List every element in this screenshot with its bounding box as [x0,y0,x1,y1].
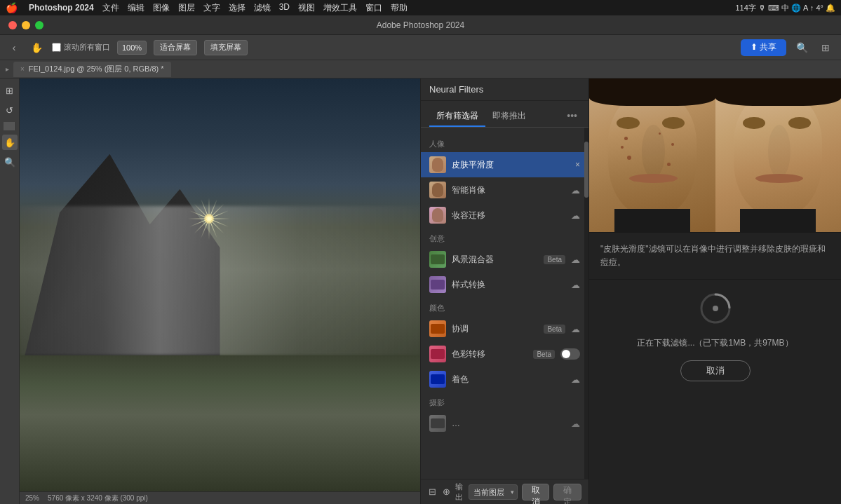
filter-makeup-transfer-download-icon: ☁ [571,210,580,221]
preview-panel: "皮肤光滑度"滤镜可以在肖像中进行调整并移除皮肤的瑕疵和痘痘。 正在下载滤镜..… [588,79,841,504]
search-button[interactable]: 🔍 [793,39,810,56]
share-icon: ⬆ [751,42,758,52]
output-select[interactable]: 当前图层 新建图层 智能对象 [469,484,518,500]
filter-color-transfer-label: 色彩转移 [452,348,527,360]
filter-photo-restoration-icon: ☁ [571,418,580,429]
loading-text: 正在下载滤镜...（已下载1MB，共97MB） [637,337,793,349]
menu-plugins[interactable]: 增效工具 [323,2,357,14]
filter-makeup-transfer[interactable]: 妆容迁移 ☁ [421,203,588,228]
filter-smart-portrait[interactable]: 智能肖像 ☁ [421,177,588,203]
apple-logo[interactable]: 🍎 [6,2,18,13]
filter-skin-smoothing-thumb [429,156,446,173]
loading-cancel-button[interactable]: 取消 [680,360,751,381]
expand-icon: ▸ [6,65,9,73]
filter-color-transfer-toggle[interactable] [560,348,580,360]
menu-layer[interactable]: 图层 [178,2,195,14]
title-bar: Adobe Photoshop 2024 [0,15,841,35]
scrollbar-track[interactable] [584,128,588,479]
share-button[interactable]: ⬆ 共享 [741,39,786,56]
close-button[interactable] [8,21,17,29]
maximize-button[interactable] [35,21,43,29]
canvas-area[interactable]: 25% 5760 像素 x 3240 像素 (300 ppi) [20,79,420,504]
window-title: Adobe Photoshop 2024 [377,20,464,30]
zoom-tool-icon[interactable]: 🔍 [2,154,18,170]
preview-before [589,79,715,232]
filter-smart-portrait-download-icon: ☁ [571,185,580,196]
menu-items: 文件 编辑 图像 图层 文字 选择 滤镜 3D 视图 增效工具 窗口 帮助 [102,2,727,14]
filter-color-transfer[interactable]: 色彩转移 Beta [421,341,588,367]
menu-select[interactable]: 选择 [229,2,245,14]
filter-colorize[interactable]: 着色 ☁ [421,367,588,392]
filter-landscape-mixer[interactable]: 风景混合器 Beta ☁ [421,247,588,272]
filter-landscape-mixer-label: 风景混合器 [452,254,538,266]
menu-text[interactable]: 文字 [203,2,220,14]
filter-landscape-mixer-download-icon: ☁ [571,254,580,265]
filter-description: "皮肤光滑度"滤镜可以在肖像中进行调整并移除皮肤的瑕疵和痘痘。 [589,233,841,280]
document-tab[interactable]: × FEI_0124.jpg @ 25% (图层 0, RGB/8) * [13,62,171,77]
doc-tab-bar: ▸ × FEI_0124.jpg @ 25% (图层 0, RGB/8) * [0,60,841,79]
tab-filename: FEI_0124.jpg @ 25% (图层 0, RGB/8) * [29,64,164,74]
output-label: 输出 [455,482,464,503]
hand-tool-button[interactable]: ✋ [28,39,45,56]
filter-skin-smoothing[interactable]: 皮肤平滑度 × [421,152,588,177]
filter-harmonization-label: 协调 [452,323,538,335]
filter-style-transfer[interactable]: 样式转换 ☁ [421,272,588,297]
filter-harmonization-badge: Beta [544,325,565,334]
neural-filters-list: 人像 皮肤平滑度 × 智能肖像 ☁ [421,128,588,442]
layout-button[interactable]: ⊞ [817,39,834,56]
filter-landscape-mixer-thumb [429,251,446,268]
zoom-input[interactable] [117,41,147,55]
tab-coming-soon[interactable]: 即将推出 [485,107,533,127]
menu-view[interactable]: 视图 [298,2,315,14]
hand-tool-icon[interactable]: ✋ [2,135,18,150]
filter-makeup-transfer-label: 妆容迁移 [452,210,565,222]
tab-all-filters[interactable]: 所有筛选器 [429,107,485,127]
scrollbar-thumb[interactable] [584,142,588,198]
landscape-painting [20,79,420,504]
frame-tool-icon[interactable]: ⊞ [2,83,18,98]
rotate-tool-icon[interactable]: ↺ [2,102,18,118]
filter-landscape-mixer-badge: Beta [544,255,565,264]
tab-more-button[interactable]: ••• [564,107,580,127]
footer-cancel-button[interactable]: 取消 [522,484,550,500]
filter-harmonization[interactable]: 协调 Beta ☁ [421,316,588,341]
app-name: Photoshop 2024 [29,3,94,13]
menu-3d[interactable]: 3D [279,2,290,14]
status-bar: 25% 5760 像素 x 3240 像素 (300 ppi) [20,491,420,504]
window-controls[interactable] [8,21,43,29]
compare-icon-button[interactable]: ⊟ [428,484,438,500]
canvas-image [20,79,420,504]
layers-icon-button[interactable]: ⊕ [442,484,452,500]
menu-help[interactable]: 帮助 [391,2,408,14]
filter-skin-smoothing-close[interactable]: × [575,160,580,170]
filter-photo-restoration-thumb [429,415,446,432]
category-portrait: 人像 [421,136,588,152]
menu-window[interactable]: 窗口 [365,2,382,14]
menu-file[interactable]: 文件 [102,2,119,14]
face-after-image [715,79,842,232]
toggle-knob [562,350,570,358]
fit-screen-button[interactable]: 适合屏幕 [154,40,197,55]
panel-footer: ⊟ ⊕ 输出 当前图层 新建图层 智能对象 ▾ 取消 确定 [421,479,588,504]
filter-photo-restoration-label: … [452,418,565,428]
image-dimensions: 5760 像素 x 3240 像素 (300 ppi) [48,493,148,503]
zoom-level: 25% [25,494,39,502]
filter-photo-restoration[interactable]: … ☁ [421,411,588,436]
menu-edit[interactable]: 编辑 [128,2,144,14]
footer-ok-button[interactable]: 确定 [553,484,581,500]
menu-filter[interactable]: 滤镜 [254,2,271,14]
menu-bar: 🍎 Photoshop 2024 文件 编辑 图像 图层 文字 选择 滤镜 3D… [0,0,841,15]
toolbar: ‹ ✋ 滚动所有窗口 适合屏幕 填充屏幕 ⬆ 共享 🔍 ⊞ [0,35,841,60]
scroll-all-checkbox-area: 滚动所有窗口 [52,42,110,53]
scroll-all-checkbox[interactable] [52,43,61,52]
fill-screen-button[interactable]: 填充屏幕 [204,40,248,55]
back-button[interactable]: ‹ [7,41,21,55]
menu-image[interactable]: 图像 [153,2,170,14]
category-creative: 创意 [421,231,588,247]
minimize-button[interactable] [22,21,30,29]
tab-close-button[interactable]: × [20,65,25,73]
filter-style-transfer-thumb [429,276,446,293]
sun-burst [188,198,230,240]
share-label: 共享 [760,42,776,52]
filter-colorize-download-icon: ☁ [571,374,580,385]
